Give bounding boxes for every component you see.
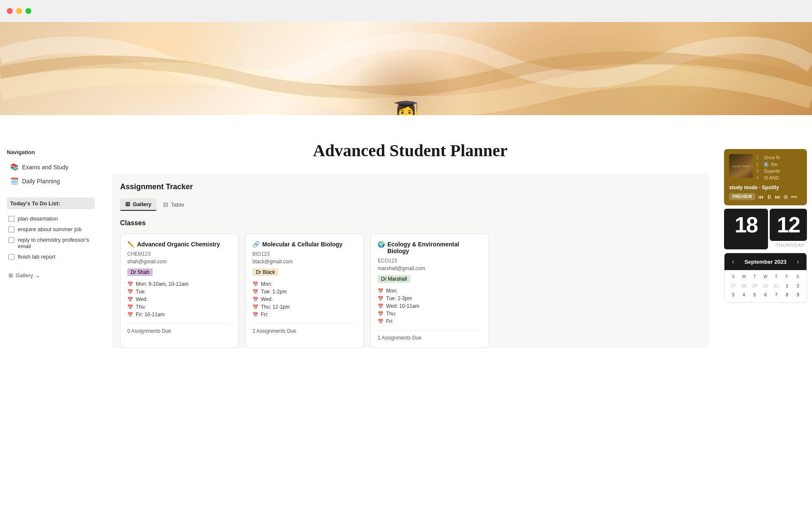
cal-day-8[interactable]: 8 <box>782 290 793 299</box>
minimize-button[interactable] <box>16 8 22 14</box>
schedule-tue-eco: 📅 Tue: 2-3pm <box>378 295 482 302</box>
cal-day-3[interactable]: 3 <box>728 290 738 299</box>
professor-badge-chem: Dr Shah <box>127 268 153 276</box>
sched-icon: 📅 <box>378 304 384 309</box>
cal-day-27[interactable]: 27 <box>728 282 738 290</box>
todo-item-1[interactable]: plan dissertation <box>7 213 95 224</box>
schedule-wed-bio: 📅 Wed: <box>252 295 357 303</box>
schedule-fri-bio: 📅 Fri: <box>252 311 357 318</box>
spotify-widget: study mode 1 Once N 2 E the 3 Su <box>724 149 807 205</box>
sched-icon: 📅 <box>378 288 384 294</box>
cal-day-1[interactable]: 1 <box>782 282 793 290</box>
add-icon[interactable]: ⊕ <box>783 193 788 200</box>
spotify-label: study mode · Spotify <box>729 185 802 190</box>
main-layout: Navigation 📚 Exams and Study 🗓️ Daily Pl… <box>0 115 812 348</box>
class-card-eco: 🌍 Ecology & Environmental Biology ECO123… <box>370 234 489 348</box>
gallery-grid-icon: ⊞ <box>8 272 13 279</box>
spotify-top: study mode 1 Once N 2 E the 3 Su <box>729 154 802 181</box>
todo-item-4[interactable]: finish lab report <box>7 251 95 262</box>
cal-day-2[interactable]: 2 <box>793 282 803 290</box>
cal-day-headers: S M T W T F S <box>728 273 803 280</box>
cal-day-6[interactable]: 6 <box>760 290 771 299</box>
cal-header-w: W <box>760 273 771 280</box>
cal-day-9[interactable]: 9 <box>793 290 803 299</box>
close-button[interactable] <box>7 8 13 14</box>
class-email-chem: shah@gmail.com <box>127 259 231 265</box>
spotify-controls: PREVIEW ⏮ ⏸ ⏭ ⊕ ••• <box>729 193 802 200</box>
sidebar-item-daily[interactable]: 🗓️ Daily Planning <box>7 174 95 188</box>
sched-icon: 📅 <box>378 311 384 317</box>
play-icon[interactable]: ⏸ <box>766 193 772 200</box>
cal-day-5[interactable]: 5 <box>749 290 760 299</box>
maximize-button[interactable] <box>25 8 31 14</box>
todo-item-2[interactable]: enquire about summer job <box>7 224 95 235</box>
checkbox-4[interactable] <box>8 254 14 260</box>
clock-hour: 18 <box>727 214 765 236</box>
cal-prev-button[interactable]: ‹ <box>730 257 736 266</box>
prev-icon[interactable]: ⏮ <box>758 193 764 200</box>
sidebar-item-exams[interactable]: 📚 Exams and Study <box>7 160 95 174</box>
gallery-label: Gallery <box>16 272 33 279</box>
class-title-bio: 🔗 Molecular & Cellular Biology <box>252 241 357 248</box>
cal-day-30[interactable]: 30 <box>760 282 771 290</box>
cal-day-31[interactable]: 31 <box>771 282 782 290</box>
clock-day: THURSDAY <box>770 241 807 249</box>
page-title: Advanced Student Planner <box>112 141 709 160</box>
class-title-eco: 🌍 Ecology & Environmental Biology <box>378 241 482 254</box>
clock-widget: 18 12 THURSDAY <box>724 209 807 249</box>
cal-day-4[interactable]: 4 <box>739 290 749 299</box>
gallery-nav[interactable]: ⊞ Gallery ⌄ <box>7 269 95 282</box>
clock-minute-box: 12 <box>770 209 807 241</box>
schedule-fri-chem: 📅 Fri: 10-11am <box>127 311 231 318</box>
assignments-due-eco: 1 Assignments Due <box>378 330 482 341</box>
cal-next-button[interactable]: › <box>795 257 801 266</box>
sched-icon: 📅 <box>252 289 258 295</box>
track-3: 3 Superbl <box>756 168 802 174</box>
next-icon[interactable]: ⏭ <box>775 193 781 200</box>
schedule-fri-eco: 📅 Fri: <box>378 318 482 325</box>
sched-icon: 📅 <box>252 312 258 318</box>
cal-header-s1: S <box>728 273 738 280</box>
exams-icon: 📚 <box>10 163 19 171</box>
checkbox-1[interactable] <box>8 216 14 222</box>
right-sidebar: study mode 1 Once N 2 E the 3 Su <box>719 141 812 348</box>
schedule-wed-chem: 📅 Wed: <box>127 295 231 303</box>
gallery-tab-icon: ⊞ <box>125 201 130 207</box>
todo-item-3[interactable]: reply to chemistry professor's email <box>7 235 95 251</box>
class-icon-eco: 🌍 <box>378 241 385 248</box>
cal-days-row1: 27 28 29 30 31 1 2 3 4 5 6 7 8 9 <box>728 282 803 299</box>
checkbox-3[interactable] <box>8 237 14 243</box>
cal-day-28[interactable]: 28 <box>739 282 749 290</box>
main-content: Advanced Student Planner Assignment Trac… <box>102 141 719 348</box>
sched-icon: 📅 <box>127 282 133 287</box>
cal-header-t1: T <box>749 273 760 280</box>
class-email-eco: marshall@gmail.com <box>378 265 482 271</box>
class-email-bio: black@gmail.com <box>252 259 357 265</box>
classes-grid: ✏️ Advanced Organic Chemistry CHEM123 sh… <box>120 234 700 348</box>
clock-hour-box: 18 <box>724 209 768 249</box>
cal-day-7[interactable]: 7 <box>771 290 782 299</box>
tab-table[interactable]: ⊟ Table <box>158 198 189 211</box>
gallery-tab-label: Gallery <box>133 201 151 207</box>
track-1: 1 Once N <box>756 154 802 161</box>
sched-icon: 📅 <box>252 297 258 302</box>
cal-day-29[interactable]: 29 <box>749 282 760 290</box>
cal-header-s2: S <box>793 273 803 280</box>
todo-label-4: finish lab report <box>18 254 55 260</box>
more-icon[interactable]: ••• <box>791 193 797 200</box>
class-card-bio: 🔗 Molecular & Cellular Biology BIO123 bl… <box>245 234 364 348</box>
tab-gallery[interactable]: ⊞ Gallery <box>120 198 156 211</box>
sched-icon: 📅 <box>252 282 258 287</box>
table-tab-label: Table <box>171 202 184 208</box>
todo-section: Today's To Do List: plan dissertation en… <box>7 198 95 262</box>
cal-header-t2: T <box>771 273 782 280</box>
sidebar-item-daily-label: Daily Planning <box>22 178 60 185</box>
preview-button[interactable]: PREVIEW <box>729 193 755 200</box>
class-code-eco: ECO123 <box>378 258 482 264</box>
sched-icon: 📅 <box>378 296 384 301</box>
todo-label-2: enquire about summer job <box>18 226 82 232</box>
checkbox-2[interactable] <box>8 226 14 232</box>
gallery-chevron-icon: ⌄ <box>36 272 40 279</box>
schedule-mon-eco: 📅 Mon: <box>378 287 482 295</box>
schedule-thu-eco: 📅 Thu: <box>378 310 482 318</box>
